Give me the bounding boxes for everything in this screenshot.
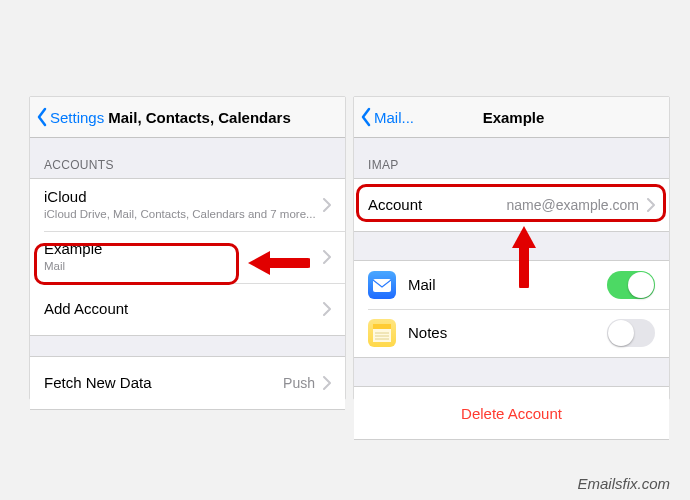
row-label: Notes: [408, 324, 607, 342]
back-label: Settings: [50, 109, 104, 126]
chevron-right-icon: [647, 198, 655, 212]
chevron-right-icon: [323, 302, 331, 316]
row-detail: Push: [283, 375, 315, 391]
row-label: Account: [368, 196, 422, 214]
row-example[interactable]: Example Mail: [30, 231, 345, 283]
notes-app-icon: [368, 319, 396, 347]
navbar-right: Mail... Example: [354, 97, 669, 138]
row-add-account[interactable]: Add Account: [30, 283, 345, 335]
row-label: Add Account: [44, 300, 323, 318]
row-icloud[interactable]: iCloud iCloud Drive, Mail, Contacts, Cal…: [30, 179, 345, 231]
svg-rect-1: [373, 324, 391, 329]
navbar-left: Settings Mail, Contacts, Calendars: [30, 97, 345, 138]
row-account[interactable]: Account name@example.com: [354, 179, 669, 231]
mail-app-icon: [368, 271, 396, 299]
page-title-left: Mail, Contacts, Calendars: [108, 109, 291, 126]
accounts-group: iCloud iCloud Drive, Mail, Contacts, Cal…: [30, 178, 345, 336]
settings-pane-right: Mail... Example IMAP Account name@exampl…: [353, 96, 670, 400]
row-label: Mail: [408, 276, 607, 294]
chevron-left-icon: [360, 107, 372, 127]
fetch-group: Fetch New Data Push: [30, 356, 345, 410]
mail-toggle[interactable]: [607, 271, 655, 299]
row-sublabel: iCloud Drive, Mail, Contacts, Calendars …: [44, 208, 323, 222]
section-header-accounts: Accounts: [30, 138, 345, 178]
delete-group: Delete Account: [354, 386, 669, 440]
svg-rect-0: [373, 279, 391, 292]
notes-toggle[interactable]: [607, 319, 655, 347]
svg-rect-2: [373, 329, 391, 342]
delete-account-label: Delete Account: [461, 405, 562, 422]
services-group: Mail Notes: [354, 260, 669, 358]
chevron-right-icon: [323, 198, 331, 212]
row-label: iCloud: [44, 188, 323, 206]
row-mail-toggle: Mail: [354, 261, 669, 309]
back-button-mail[interactable]: Mail...: [360, 107, 414, 127]
chevron-right-icon: [323, 376, 331, 390]
chevron-right-icon: [323, 250, 331, 264]
row-sublabel: Mail: [44, 260, 323, 274]
settings-pane-left: Settings Mail, Contacts, Calendars Accou…: [29, 96, 346, 400]
row-notes-toggle: Notes: [354, 309, 669, 357]
row-label: Fetch New Data: [44, 374, 283, 392]
back-label: Mail...: [374, 109, 414, 126]
imap-group: Account name@example.com: [354, 178, 669, 232]
chevron-left-icon: [36, 107, 48, 127]
section-header-imap: IMAP: [354, 138, 669, 178]
account-email-value: name@example.com: [507, 197, 640, 213]
watermark: Emailsfix.com: [577, 475, 670, 492]
row-label: Example: [44, 240, 323, 258]
row-fetch-new-data[interactable]: Fetch New Data Push: [30, 357, 345, 409]
back-button-settings[interactable]: Settings: [36, 107, 104, 127]
delete-account-button[interactable]: Delete Account: [354, 387, 669, 439]
